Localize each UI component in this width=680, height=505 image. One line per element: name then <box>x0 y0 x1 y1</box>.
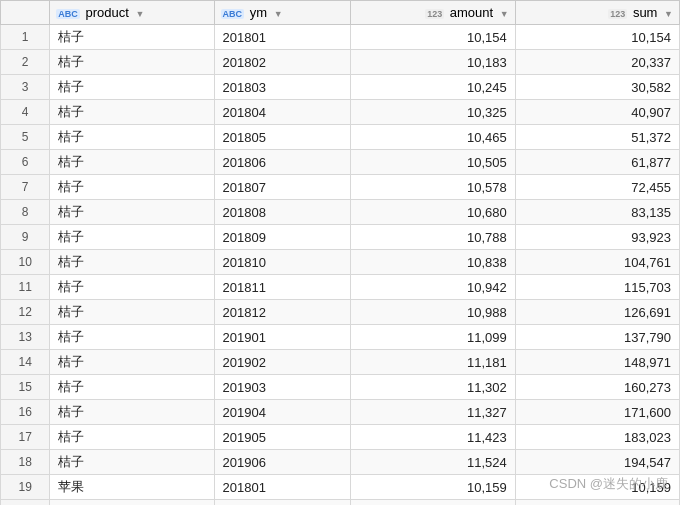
row-index: 6 <box>1 150 50 175</box>
row-index: 18 <box>1 450 50 475</box>
cell-amount: 10,465 <box>351 125 515 150</box>
ym-sort-icon[interactable]: ▼ <box>274 9 283 19</box>
amount-sort-icon[interactable]: ▼ <box>500 9 509 19</box>
cell-product: 桔子 <box>50 300 214 325</box>
cell-product: 桔子 <box>50 400 214 425</box>
cell-amount: 10,680 <box>351 200 515 225</box>
cell-ym: 201906 <box>214 450 351 475</box>
cell-product: 苹果 <box>50 475 214 500</box>
row-index: 19 <box>1 475 50 500</box>
cell-sum: 30,582 <box>515 75 679 100</box>
cell-amount: 11,423 <box>351 425 515 450</box>
table-row[interactable]: 16桔子20190411,327171,600 <box>1 400 680 425</box>
cell-amount: 10,838 <box>351 250 515 275</box>
table-row[interactable]: 17桔子20190511,423183,023 <box>1 425 680 450</box>
cell-ym: 201807 <box>214 175 351 200</box>
cell-product: 桔子 <box>50 100 214 125</box>
cell-sum: 171,600 <box>515 400 679 425</box>
cell-amount: 10,159 <box>351 475 515 500</box>
row-index: 1 <box>1 25 50 50</box>
row-index: 2 <box>1 50 50 75</box>
table-row[interactable]: 1桔子20180110,15410,154 <box>1 25 680 50</box>
cell-ym: 201809 <box>214 225 351 250</box>
table-row[interactable]: 8桔子20180810,68083,135 <box>1 200 680 225</box>
sum-header-label: sum <box>633 5 658 20</box>
cell-amount: 10,325 <box>351 100 515 125</box>
table-row[interactable]: 2桔子20180210,18320,337 <box>1 50 680 75</box>
product-header[interactable]: ABC product ▼ <box>50 1 214 25</box>
cell-ym: 201810 <box>214 250 351 275</box>
cell-ym: 201902 <box>214 350 351 375</box>
cell-amount: 10,245 <box>351 75 515 100</box>
cell-sum: 20,337 <box>515 50 679 75</box>
row-index: 13 <box>1 325 50 350</box>
table-row[interactable]: 3桔子20180310,24530,582 <box>1 75 680 100</box>
table-row[interactable]: 12桔子20181210,988126,691 <box>1 300 680 325</box>
cell-product: 桔子 <box>50 275 214 300</box>
row-index: 16 <box>1 400 50 425</box>
ym-header[interactable]: ABC ym ▼ <box>214 1 351 25</box>
cell-amount: 10,942 <box>351 275 515 300</box>
table-row[interactable]: 13桔子20190111,099137,790 <box>1 325 680 350</box>
product-header-label: product <box>85 5 128 20</box>
row-index: 12 <box>1 300 50 325</box>
cell-product: 桔子 <box>50 450 214 475</box>
cell-amount: 11,327 <box>351 400 515 425</box>
row-index: 4 <box>1 100 50 125</box>
table-row[interactable]: 6桔子20180610,50561,877 <box>1 150 680 175</box>
cell-ym: 201901 <box>214 325 351 350</box>
row-index: 7 <box>1 175 50 200</box>
cell-product: 桔子 <box>50 125 214 150</box>
sum-header[interactable]: 123 sum ▼ <box>515 1 679 25</box>
table-row[interactable]: 10桔子20181010,838104,761 <box>1 250 680 275</box>
cell-product: 桔子 <box>50 200 214 225</box>
cell-sum: 10,154 <box>515 25 679 50</box>
table-row[interactable]: 4桔子20180410,32540,907 <box>1 100 680 125</box>
cell-product: 桔子 <box>50 50 214 75</box>
cell-amount: 10,988 <box>351 300 515 325</box>
row-index: 14 <box>1 350 50 375</box>
table-container: ABC product ▼ ABC ym ▼ 123 amount ▼ 123 … <box>0 0 680 505</box>
cell-product: 桔子 <box>50 250 214 275</box>
row-index: 9 <box>1 225 50 250</box>
table-row[interactable]: 11桔子20181110,942115,703 <box>1 275 680 300</box>
cell-product: 桔子 <box>50 350 214 375</box>
cell-sum: 183,023 <box>515 425 679 450</box>
cell-ym: 201804 <box>214 100 351 125</box>
table-row[interactable]: 18桔子20190611,524194,547 <box>1 450 680 475</box>
amount-header[interactable]: 123 amount ▼ <box>351 1 515 25</box>
product-type-badge: ABC <box>56 9 80 19</box>
table-row[interactable]: 15桔子20190311,302160,273 <box>1 375 680 400</box>
row-index: 17 <box>1 425 50 450</box>
table-row[interactable]: 5桔子20180510,46551,372 <box>1 125 680 150</box>
cell-ym: 201801 <box>214 475 351 500</box>
cell-amount: 10,505 <box>351 150 515 175</box>
cell-ym: 201802 <box>214 500 351 506</box>
table-row[interactable]: 14桔子20190211,181148,971 <box>1 350 680 375</box>
table-row[interactable]: 9桔子20180910,78893,923 <box>1 225 680 250</box>
cell-ym: 201803 <box>214 75 351 100</box>
cell-product: 桔子 <box>50 425 214 450</box>
cell-sum: 104,761 <box>515 250 679 275</box>
cell-product: 桔子 <box>50 150 214 175</box>
cell-ym: 201812 <box>214 300 351 325</box>
cell-ym: 201805 <box>214 125 351 150</box>
cell-ym: 201905 <box>214 425 351 450</box>
row-index: 3 <box>1 75 50 100</box>
table-row[interactable]: 20苹果20180210,21120,370 <box>1 500 680 506</box>
cell-amount: 10,211 <box>351 500 515 506</box>
row-index: 8 <box>1 200 50 225</box>
cell-product: 桔子 <box>50 225 214 250</box>
cell-product: 桔子 <box>50 75 214 100</box>
sum-sort-icon[interactable]: ▼ <box>664 9 673 19</box>
product-sort-icon[interactable]: ▼ <box>135 9 144 19</box>
cell-ym: 201904 <box>214 400 351 425</box>
row-index: 20 <box>1 500 50 506</box>
row-index: 15 <box>1 375 50 400</box>
cell-sum: 194,547 <box>515 450 679 475</box>
cell-ym: 201811 <box>214 275 351 300</box>
table-row[interactable]: 19苹果20180110,15910,159 <box>1 475 680 500</box>
cell-sum: 137,790 <box>515 325 679 350</box>
table-row[interactable]: 7桔子20180710,57872,455 <box>1 175 680 200</box>
sum-type-badge: 123 <box>608 9 627 19</box>
